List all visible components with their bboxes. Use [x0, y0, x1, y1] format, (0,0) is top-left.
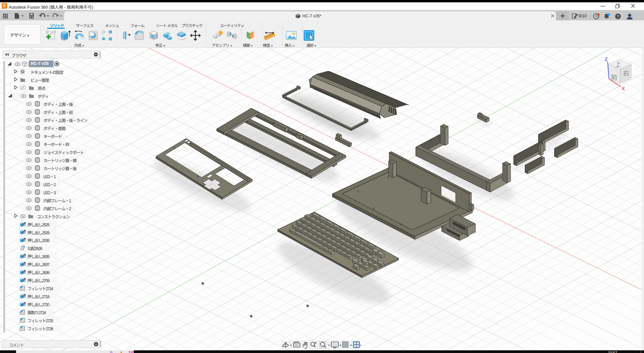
- svg-text:F: F: [3, 4, 6, 8]
- svg-text:X: X: [622, 86, 625, 91]
- svg-text:Z: Z: [605, 56, 608, 62]
- svg-text:前: 前: [611, 72, 617, 82]
- svg-text:上: 上: [614, 58, 622, 70]
- svg-text:10:57: 10:57: [608, 351, 617, 353]
- svg-text:360: 360: [4, 8, 6, 9]
- svg-text:右: 右: [623, 68, 629, 78]
- svg-text:?: ?: [617, 14, 619, 19]
